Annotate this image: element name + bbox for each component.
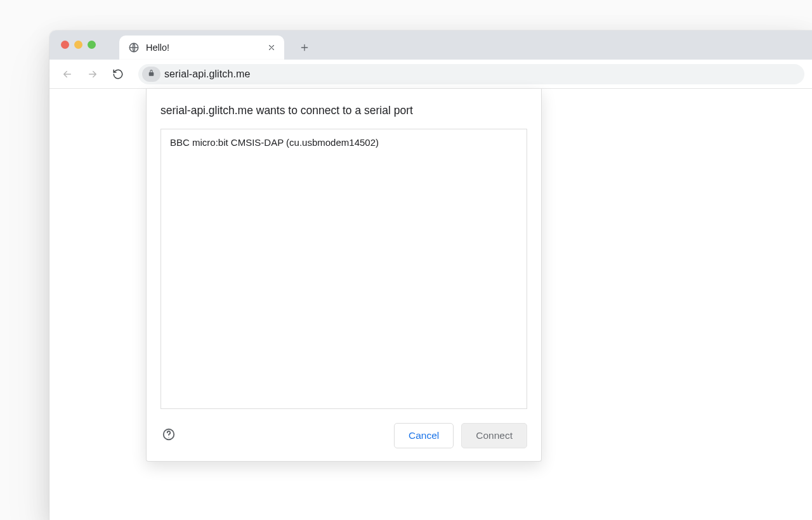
browser-toolbar: serial-api.glitch.me	[49, 60, 812, 89]
device-list-item[interactable]: BBC micro:bit CMSIS-DAP (cu.usbmodem1450…	[161, 129, 527, 155]
back-button[interactable]	[57, 64, 77, 84]
site-security-chip[interactable]	[142, 67, 160, 82]
page-content: serial-api.glitch.me wants to connect to…	[49, 89, 812, 520]
dialog-title: serial-api.glitch.me wants to connect to…	[160, 104, 527, 117]
window-minimize-button[interactable]	[74, 41, 82, 49]
cancel-button[interactable]: Cancel	[394, 423, 454, 448]
forward-button[interactable]	[82, 64, 103, 84]
url-text: serial-api.glitch.me	[164, 68, 250, 80]
device-label: BBC micro:bit CMSIS-DAP (cu.usbmodem1450…	[170, 137, 379, 148]
help-icon	[162, 427, 176, 444]
browser-window: Hello!	[49, 30, 812, 520]
svg-point-2	[168, 437, 169, 438]
new-tab-button[interactable]	[296, 39, 313, 56]
reload-button[interactable]	[108, 64, 128, 84]
tab-title: Hello!	[146, 42, 260, 53]
dialog-footer: Cancel Connect	[160, 423, 527, 448]
serial-port-permission-dialog: serial-api.glitch.me wants to connect to…	[146, 89, 542, 462]
tabs-row: Hello!	[119, 30, 313, 60]
tab-strip: Hello!	[49, 30, 812, 60]
lock-icon	[147, 68, 155, 80]
connect-button[interactable]: Connect	[461, 423, 527, 448]
window-fullscreen-button[interactable]	[88, 41, 96, 49]
address-bar[interactable]: serial-api.glitch.me	[138, 64, 804, 84]
window-traffic-lights	[61, 41, 96, 49]
browser-tab[interactable]: Hello!	[119, 36, 284, 60]
device-list[interactable]: BBC micro:bit CMSIS-DAP (cu.usbmodem1450…	[160, 129, 527, 409]
tab-close-button[interactable]	[266, 42, 277, 53]
globe-icon	[128, 42, 140, 53]
help-button[interactable]	[160, 427, 177, 444]
window-close-button[interactable]	[61, 41, 69, 49]
